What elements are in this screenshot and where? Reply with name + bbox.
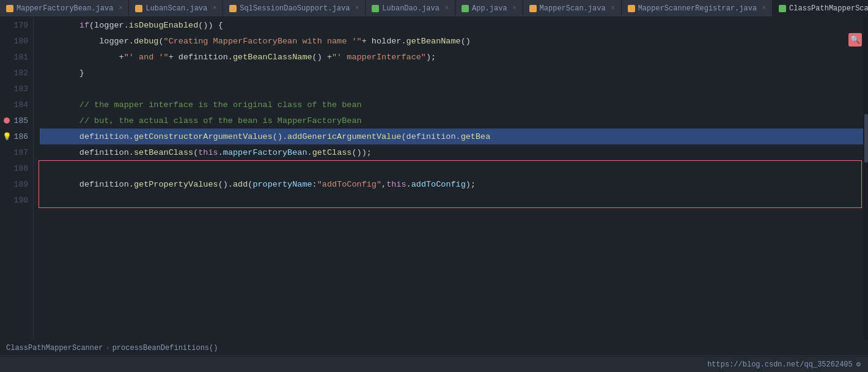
code-line-185: // but, the actual class of the bean is … bbox=[40, 113, 868, 128]
line-num-180: 180 bbox=[14, 37, 28, 46]
code-token: definition. bbox=[40, 132, 134, 141]
search-icon: 🔍 bbox=[850, 35, 860, 45]
tab-label: LubanDao.java bbox=[382, 4, 440, 13]
tab-lubanscan[interactable]: LubanScan.java × bbox=[129, 0, 223, 17]
code-line-186: definition. getConstructorArgumentValues… bbox=[40, 128, 868, 144]
code-token: addGenericArgumentValue bbox=[287, 132, 401, 141]
line-num-181: 181 bbox=[14, 53, 28, 62]
code-token: setBeanClass bbox=[134, 148, 193, 157]
search-button[interactable]: 🔍 bbox=[848, 33, 862, 46]
tab-label: MapperScan.java bbox=[540, 4, 606, 13]
line-num-row-187: 187 bbox=[0, 144, 33, 160]
line-num-186: 186 bbox=[14, 132, 28, 141]
tab-lubandao[interactable]: LubanDao.java × bbox=[366, 0, 455, 17]
tab-label: LubanScan.java bbox=[145, 4, 207, 13]
code-token: (definition. bbox=[401, 132, 460, 141]
status-bar: https://blog.csdn.net/qq_35262405 ⚙ bbox=[0, 356, 868, 372]
code-token: + bbox=[40, 53, 124, 62]
line-num-row-183: 183 bbox=[0, 81, 33, 97]
line-num-185: 185 bbox=[14, 116, 28, 125]
code-token: // the mapper interface is the original … bbox=[79, 100, 362, 110]
code-token: () bbox=[461, 37, 471, 46]
code-line-182: } bbox=[40, 65, 868, 81]
code-token bbox=[40, 116, 79, 125]
code-token: "addToConfig" bbox=[317, 180, 381, 189]
code-token: getConstructorArgumentValues bbox=[134, 132, 273, 141]
code-line-180: logger. debug ( "Creating MapperFactoryB… bbox=[40, 33, 868, 49]
lightbulb: 💡 bbox=[2, 132, 12, 141]
code-token: getBeanClassName bbox=[233, 53, 312, 62]
tab-icon bbox=[529, 5, 537, 12]
code-token: addToConfig bbox=[411, 180, 466, 189]
code-token: this bbox=[198, 148, 218, 157]
code-token: (). bbox=[273, 132, 287, 141]
scroll-thumb[interactable] bbox=[864, 114, 868, 162]
code-token: ( bbox=[193, 148, 198, 157]
line-num-189: 189 bbox=[14, 180, 28, 189]
tab-close[interactable]: × bbox=[513, 5, 517, 12]
code-token: add bbox=[233, 180, 248, 189]
code-token: ( bbox=[158, 37, 163, 46]
editor-container: 179 180 181 182 183 184 185 bbox=[0, 17, 868, 340]
code-token: ); bbox=[426, 53, 436, 62]
tab-close[interactable]: × bbox=[355, 5, 359, 12]
code-lines: if (logger. isDebugEnabled ()) { logger.… bbox=[34, 17, 868, 208]
code-token: isDebugEnabled bbox=[129, 21, 198, 30]
line-num-row-190: 190 bbox=[0, 192, 33, 208]
tab-mapperscan[interactable]: MapperScan.java × bbox=[523, 0, 622, 17]
code-line-187: definition. setBeanClass ( this . mapper… bbox=[40, 144, 868, 160]
code-token: + definition. bbox=[169, 53, 233, 62]
line-num-190: 190 bbox=[14, 196, 28, 205]
line-num-row-186: 186 💡 bbox=[0, 128, 33, 144]
breakpoint-dot bbox=[4, 117, 10, 124]
code-token: this bbox=[386, 180, 406, 189]
code-token bbox=[40, 21, 79, 30]
code-line-189: definition. getPropertyValues (). add ( … bbox=[40, 176, 868, 192]
code-token: getPropertyValues bbox=[134, 180, 218, 189]
tab-label: SqlSessionDaoSupport.java bbox=[240, 4, 350, 13]
code-token: . bbox=[406, 180, 411, 189]
tab-classpathscanner[interactable]: ClassPathMapperScanner.java × bbox=[773, 0, 868, 17]
code-line-179: if (logger. isDebugEnabled ()) { bbox=[40, 17, 868, 33]
tab-label: MapperScannerRegistrar.java bbox=[638, 4, 757, 13]
code-area[interactable]: if (logger. isDebugEnabled ()) { logger.… bbox=[34, 17, 868, 340]
tab-close[interactable]: × bbox=[119, 5, 122, 12]
tab-mapperscannerregistrar[interactable]: MapperScannerRegistrar.java × bbox=[622, 0, 773, 17]
scrollbar[interactable] bbox=[863, 17, 868, 340]
tab-label: App.java bbox=[472, 4, 507, 13]
code-token: + holder. bbox=[362, 37, 406, 46]
tab-sqlsession[interactable]: SqlSessionDaoSupport.java × bbox=[223, 0, 366, 17]
code-token: . bbox=[218, 148, 223, 157]
breadcrumb-bar: ClassPathMapperScanner › processBeanDefi… bbox=[0, 340, 868, 356]
code-line-184: // the mapper interface is the original … bbox=[40, 97, 868, 113]
tab-icon bbox=[135, 5, 142, 12]
tab-app[interactable]: App.java × bbox=[455, 0, 523, 17]
tab-label: MapperFactoryBean.java bbox=[17, 4, 113, 13]
gear-icon[interactable]: ⚙ bbox=[856, 360, 861, 369]
tab-close[interactable]: × bbox=[213, 5, 216, 12]
line-num-row-179: 179 bbox=[0, 17, 33, 33]
tab-icon bbox=[462, 5, 469, 12]
code-token: debug bbox=[134, 37, 159, 46]
code-token: logger. bbox=[40, 37, 134, 46]
code-line-183 bbox=[40, 81, 868, 97]
code-token: (). bbox=[218, 180, 233, 189]
code-token: , bbox=[381, 180, 386, 189]
code-token: "' mapperInterface" bbox=[332, 53, 426, 62]
line-num-188: 188 bbox=[14, 164, 28, 173]
code-token: getClass bbox=[312, 148, 352, 157]
code-token: if bbox=[79, 21, 89, 30]
tab-close[interactable]: × bbox=[611, 5, 615, 12]
breadcrumb-separator: › bbox=[105, 344, 109, 352]
tab-icon bbox=[372, 5, 379, 12]
tab-bar: MapperFactoryBean.java × LubanScan.java … bbox=[0, 0, 868, 17]
code-token: propertyName: bbox=[252, 180, 317, 189]
tab-close[interactable]: × bbox=[762, 5, 766, 12]
line-num-179: 179 bbox=[14, 21, 28, 30]
code-token: getBea bbox=[461, 132, 491, 141]
line-num-187: 187 bbox=[14, 148, 28, 157]
tab-icon bbox=[779, 5, 786, 12]
line-num-row-188: 188 bbox=[0, 160, 33, 176]
tab-mapperfactorybean[interactable]: MapperFactoryBean.java × bbox=[0, 0, 129, 17]
tab-close[interactable]: × bbox=[445, 5, 449, 12]
